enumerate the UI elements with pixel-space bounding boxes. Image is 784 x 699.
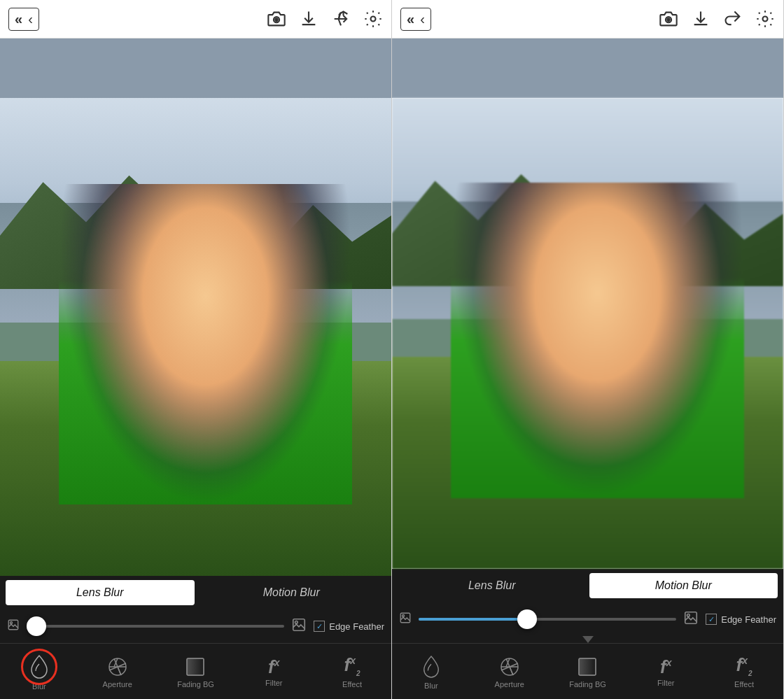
left-nav-group: « ‹	[8, 8, 39, 31]
fading-icon-left	[185, 656, 206, 677]
left-controls: Lens Blur Motion Blur	[0, 576, 391, 699]
right-nav-box: « ‹	[400, 8, 431, 31]
left-nav-filter[interactable]: fx Filter	[234, 644, 313, 699]
right-edge-feather-label: Edge Feather	[721, 614, 776, 625]
left-slider-thumb[interactable]	[27, 616, 46, 636]
settings-icon-left[interactable]	[363, 9, 383, 29]
double-back-icon-left[interactable]: «	[15, 11, 22, 27]
svg-rect-21	[685, 612, 697, 624]
slider-max-icon-left	[291, 617, 307, 635]
blur-icon-right	[421, 655, 441, 679]
right-controls: Lens Blur Motion Blur	[392, 569, 783, 699]
left-edge-feather: ✓ Edge Feather	[314, 621, 384, 632]
motion-blur-tab-left[interactable]: Motion Blur	[197, 580, 386, 605]
svg-point-20	[402, 615, 405, 617]
slider-max-icon-right	[683, 610, 699, 628]
settings-icon-right[interactable]	[755, 9, 775, 29]
svg-point-18	[763, 17, 768, 22]
svg-point-17	[667, 18, 670, 20]
effect-icon-left: fx2	[344, 656, 360, 677]
right-blur-tabs: Lens Blur Motion Blur	[392, 569, 783, 602]
left-photo-sim	[0, 98, 391, 576]
motion-blur-tab-right[interactable]: Motion Blur	[589, 573, 778, 598]
right-filter-label: Filter	[657, 679, 674, 687]
download-icon-right[interactable]	[691, 9, 710, 29]
download-icon-left[interactable]	[299, 9, 318, 29]
back-icon-right[interactable]: ‹	[420, 11, 425, 27]
svg-rect-19	[400, 613, 410, 623]
right-photo-sim	[392, 98, 783, 569]
camera-icon-left[interactable]	[267, 9, 286, 29]
right-nav-effect[interactable]: fx2 Effect	[705, 644, 783, 699]
right-effect-label: Effect	[734, 680, 754, 689]
left-photo-area	[0, 98, 391, 576]
left-panel: « ‹	[0, 0, 392, 699]
left-toolbar: « ‹	[0, 0, 391, 38]
left-blur-tabs: Lens Blur Motion Blur	[0, 576, 391, 609]
left-slider-row: ✓ Edge Feather	[0, 609, 391, 643]
right-bottom-nav: Blur Aperture	[392, 643, 783, 699]
left-nav-aperture[interactable]: Aperture	[78, 644, 157, 699]
left-blur-label: Blur	[32, 682, 46, 691]
aperture-icon-left	[107, 656, 128, 677]
right-nav-group: « ‹	[400, 8, 431, 31]
svg-rect-15	[187, 658, 204, 675]
left-nav-fading-bg[interactable]: Fading BG	[157, 644, 235, 699]
left-blur-circle-wrap	[29, 654, 50, 679]
right-edge-feather: ✓ Edge Feather	[706, 614, 776, 625]
svg-rect-3	[8, 620, 18, 630]
svg-point-1	[275, 18, 278, 20]
left-bottom-nav: Blur Aperture	[0, 643, 391, 699]
fading-icon-right	[577, 656, 598, 677]
right-slider-thumb[interactable]	[517, 609, 537, 629]
boy-figure-right	[451, 183, 744, 498]
right-nav-blur[interactable]: Blur	[392, 644, 470, 699]
right-photo-area	[392, 98, 783, 569]
left-nav-effect[interactable]: fx2 Effect	[313, 644, 391, 699]
right-slider-fill	[419, 618, 527, 621]
right-edge-feather-checkbox[interactable]: ✓	[706, 614, 717, 625]
back-icon-left[interactable]: ‹	[28, 11, 33, 27]
share-icon-left[interactable]	[331, 9, 351, 29]
left-edge-feather-label: Edge Feather	[329, 621, 384, 632]
slider-min-icon-right	[399, 612, 412, 627]
left-edge-feather-checkbox[interactable]: ✓	[314, 621, 325, 632]
left-slider-track[interactable]	[27, 625, 284, 628]
right-blur-label: Blur	[424, 682, 438, 690]
svg-point-6	[295, 621, 298, 624]
right-slider-row: ✓ Edge Feather	[392, 602, 783, 636]
left-gray-area	[0, 38, 391, 98]
double-back-icon-right[interactable]: «	[407, 11, 414, 27]
left-toolbar-right	[267, 9, 383, 29]
camera-icon-right[interactable]	[659, 9, 678, 29]
share-icon-right[interactable]	[723, 9, 743, 29]
svg-rect-31	[579, 658, 596, 675]
right-nav-filter[interactable]: fx Filter	[626, 644, 705, 699]
left-nav-box: « ‹	[8, 8, 39, 31]
right-toolbar: « ‹	[392, 0, 783, 38]
right-aperture-label: Aperture	[495, 680, 524, 689]
right-fading-label: Fading BG	[569, 680, 606, 689]
left-fading-label: Fading BG	[177, 680, 214, 689]
right-nav-fading-bg[interactable]: Fading BG	[549, 644, 627, 699]
lens-blur-tab-left[interactable]: Lens Blur	[6, 580, 195, 605]
svg-point-22	[687, 614, 690, 617]
aperture-icon-right	[499, 656, 520, 677]
right-slider-track[interactable]	[419, 618, 676, 621]
lens-blur-tab-right[interactable]: Lens Blur	[398, 573, 587, 598]
right-panel: « ‹	[392, 0, 784, 699]
right-nav-aperture[interactable]: Aperture	[470, 644, 549, 699]
effect-icon-right: fx2	[736, 656, 752, 677]
blur-icon-left	[29, 654, 50, 679]
left-effect-label: Effect	[342, 680, 362, 689]
left-nav-blur[interactable]: Blur	[0, 644, 78, 699]
slider-min-icon-left	[7, 619, 20, 634]
filter-icon-right: fx	[660, 658, 671, 676]
svg-point-2	[371, 17, 376, 22]
left-aperture-label: Aperture	[103, 680, 132, 689]
right-triangle-indicator-row	[392, 636, 783, 643]
boy-figure-left	[59, 184, 352, 504]
svg-point-4	[10, 622, 13, 624]
left-filter-label: Filter	[265, 679, 282, 687]
svg-rect-5	[293, 619, 305, 631]
